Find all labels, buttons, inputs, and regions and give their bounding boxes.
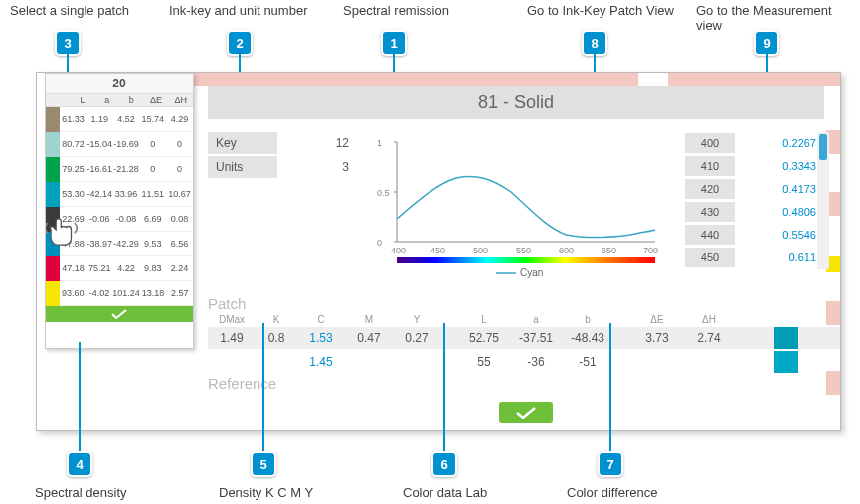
patch-list-title: 20 (46, 74, 193, 93)
callout-label-8: Go to Ink-Key Patch View (527, 3, 674, 18)
patch-title: 81 - Solid (208, 86, 824, 119)
main-panel: 81 - Solid Key 12 Units 3 1 0.5 0 (208, 86, 824, 129)
callout-bubble-8: 8 (582, 30, 607, 56)
spectral-row: 4200.4173 (685, 178, 824, 200)
patch-list-headers: LabΔEΔH (46, 93, 193, 107)
callout-line (609, 323, 611, 453)
info-panel: Key 12 Units 3 (208, 132, 357, 180)
reference-swatch (774, 351, 798, 373)
callout-bubble-2: 2 (227, 30, 253, 56)
callout-label-7: Color difference (567, 485, 658, 500)
callout-label-3: Select a single patch (10, 3, 129, 18)
svg-text:1: 1 (377, 138, 382, 148)
patch-row[interactable]: 93.60-4.02101.2413.182.57 (46, 281, 193, 306)
reference-data-row: 1.45 55 -36 -51 (208, 351, 841, 373)
spectral-row: 4000.2267 (685, 132, 824, 154)
callout-label-2: Ink-key and unit number (169, 3, 307, 18)
callout-label-5: Density K C M Y (219, 485, 313, 500)
spectral-data-table: 4000.2267 4100.3343 4200.4173 4300.4806 … (685, 132, 824, 269)
callout-label-9: Go to the Measurement view (696, 3, 860, 33)
callout-bubble-5: 5 (251, 451, 276, 477)
spectral-remission-chart: 1 0.5 0 400 450 500 550 600 650 700 Cyan (377, 132, 665, 281)
callout-line (262, 323, 264, 453)
info-row-key: Key 12 (208, 132, 357, 154)
svg-text:700: 700 (643, 246, 658, 255)
confirm-button[interactable] (499, 402, 553, 423)
status-strip-top (668, 73, 841, 86)
patch-swatch (774, 327, 798, 349)
patch-row[interactable]: 80.72-15.04-19.6900 (46, 132, 193, 157)
callout-bubble-1: 1 (381, 30, 407, 56)
callout-line (79, 342, 81, 453)
patch-headers: DMax K C M Y L a b ΔE ΔH (208, 314, 841, 325)
info-label: Key (208, 132, 277, 154)
info-row-units: Units 3 (208, 156, 357, 178)
svg-text:450: 450 (430, 246, 445, 255)
info-value: 12 (277, 132, 357, 154)
patch-list-panel: 20 LabΔEΔH 61.331.194.5215.744.29 80.72-… (45, 73, 194, 349)
callout-bubble-3: 3 (55, 30, 81, 56)
app-window: 20 LabΔEΔH 61.331.194.5215.744.29 80.72-… (36, 72, 841, 431)
info-label: Units (208, 156, 277, 178)
spectral-row: 4400.5546 (685, 224, 824, 246)
callout-bubble-6: 6 (431, 451, 457, 477)
spectral-scrollbar[interactable] (817, 132, 829, 269)
svg-text:600: 600 (559, 246, 574, 255)
svg-text:550: 550 (516, 246, 531, 255)
patch-row[interactable]: 79.25-16.61-21.2800 (46, 157, 193, 182)
callout-bubble-4: 4 (67, 451, 92, 477)
svg-text:400: 400 (391, 246, 406, 255)
callout-label-6: Color data Lab (403, 485, 487, 500)
svg-text:650: 650 (602, 246, 616, 255)
svg-text:0: 0 (377, 238, 382, 248)
check-icon (111, 309, 127, 319)
callout-bubble-9: 9 (754, 30, 779, 56)
callout-bubble-7: 7 (598, 451, 623, 477)
callout-label-1: Spectral remission (343, 3, 449, 18)
svg-rect-15 (397, 257, 655, 263)
svg-text:500: 500 (473, 246, 488, 255)
patch-data-row: 1.49 0.8 1.53 0.47 0.27 52.75 -37.51 -48… (208, 327, 841, 349)
patch-data-section: Patch DMax K C M Y L a b ΔE ΔH 1.49 0.8 … (208, 295, 841, 431)
callout-line (443, 323, 445, 453)
info-value: 3 (277, 156, 357, 178)
patch-label: Patch (208, 295, 841, 312)
check-icon (515, 407, 537, 419)
spectral-row: 4500.611 (685, 247, 824, 268)
spectral-row: 4100.3343 (685, 155, 824, 177)
patch-row[interactable]: 61.331.194.5215.744.29 (46, 107, 193, 132)
reference-label: Reference (208, 375, 841, 392)
cursor-hand-icon (46, 218, 80, 248)
svg-text:Cyan: Cyan (520, 267, 543, 278)
spectral-row: 4300.4806 (685, 201, 824, 223)
patch-list-confirm-button[interactable] (46, 306, 193, 322)
callout-label-4: Spectral density (35, 485, 127, 500)
patch-row[interactable]: 47.1875.214.229.832.24 (46, 256, 193, 281)
svg-text:0.5: 0.5 (377, 188, 390, 198)
patch-row[interactable]: 53.30-42.1433.9611.5110.67 (46, 182, 193, 207)
status-strip-top (136, 73, 638, 86)
